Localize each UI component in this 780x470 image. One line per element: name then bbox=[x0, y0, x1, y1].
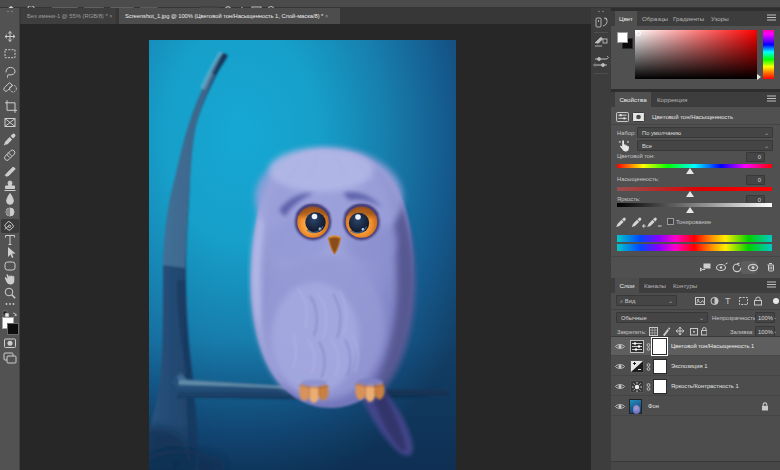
svg-text:T: T bbox=[725, 296, 731, 306]
